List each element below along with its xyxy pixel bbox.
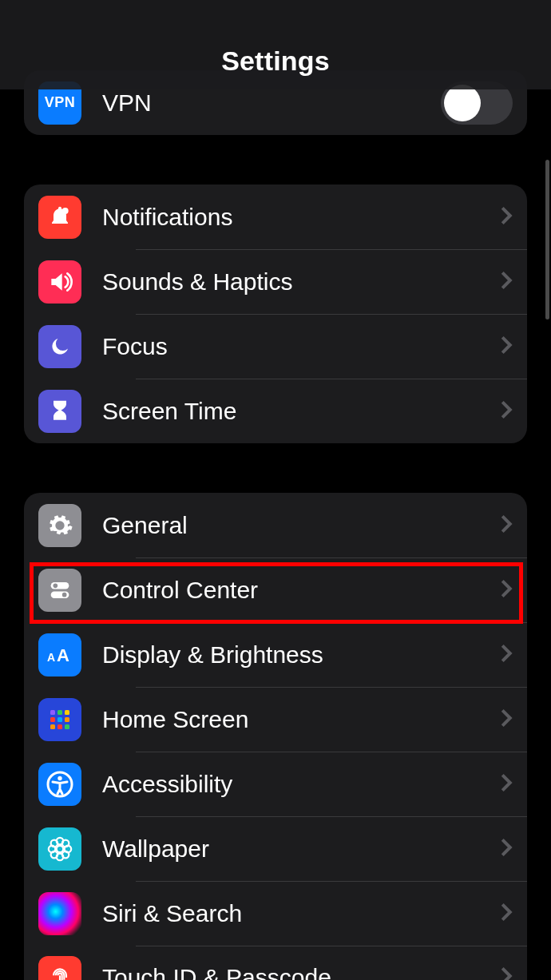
settings-row-screentime[interactable]: Screen Time <box>24 379 527 443</box>
settings-row-focus[interactable]: Focus <box>24 314 527 379</box>
row-label: Control Center <box>102 577 494 604</box>
svg-rect-7 <box>50 710 55 715</box>
gear-icon <box>38 504 81 547</box>
row-label: VPN <box>102 89 441 117</box>
chevron-right-icon <box>500 270 513 294</box>
chevron-right-icon <box>500 514 513 538</box>
row-label: Siri & Search <box>102 900 494 927</box>
chevron-right-icon <box>500 335 513 359</box>
settings-row-display[interactable]: AA Display & Brightness <box>24 622 527 687</box>
settings-row-homescreen[interactable]: Home Screen <box>24 687 527 752</box>
row-label: Sounds & Haptics <box>102 268 494 296</box>
settings-group-attention: Notifications Sounds & Haptics Focus <box>24 184 527 443</box>
siri-icon <box>38 892 81 935</box>
svg-rect-9 <box>65 710 69 715</box>
chevron-right-icon <box>500 772 513 796</box>
row-label: Focus <box>102 333 494 360</box>
chevron-right-icon <box>500 708 513 732</box>
chevron-right-icon <box>500 837 513 861</box>
speaker-icon <box>38 260 81 304</box>
settings-row-touchid[interactable]: Touch ID & Passcode <box>24 946 527 980</box>
chevron-right-icon <box>500 902 513 926</box>
svg-point-18 <box>57 845 64 852</box>
svg-point-0 <box>62 208 69 214</box>
row-label: Screen Time <box>102 398 494 425</box>
settings-row-general[interactable]: General <box>24 493 527 557</box>
text-size-icon: AA <box>38 633 81 676</box>
chevron-right-icon <box>500 643 513 667</box>
settings-row-sounds[interactable]: Sounds & Haptics <box>24 249 527 314</box>
navbar: Settings <box>0 0 551 89</box>
svg-text:A: A <box>47 651 55 664</box>
svg-rect-10 <box>50 717 55 722</box>
svg-point-4 <box>62 592 67 597</box>
chevron-right-icon <box>500 966 513 980</box>
settings-row-siri[interactable]: Siri & Search <box>24 881 527 946</box>
row-label: Home Screen <box>102 706 494 733</box>
accessibility-icon <box>38 763 81 806</box>
page-title: Settings <box>221 46 330 77</box>
moon-icon <box>38 325 81 368</box>
row-label: Wallpaper <box>102 835 494 863</box>
chevron-right-icon <box>500 205 513 229</box>
chevron-right-icon <box>500 578 513 602</box>
svg-point-2 <box>54 583 58 588</box>
settings-row-notifications[interactable]: Notifications <box>24 184 527 249</box>
switches-icon <box>38 569 81 612</box>
fingerprint-icon <box>38 956 81 980</box>
svg-rect-8 <box>57 710 62 715</box>
svg-rect-12 <box>65 717 69 722</box>
svg-point-17 <box>57 776 61 780</box>
row-label: Notifications <box>102 204 494 231</box>
row-label: Touch ID & Passcode <box>102 964 494 980</box>
bell-icon <box>38 196 81 239</box>
flower-icon <box>38 827 81 871</box>
svg-rect-14 <box>57 724 62 729</box>
settings-row-accessibility[interactable]: Accessibility <box>24 752 527 816</box>
row-label: General <box>102 512 494 539</box>
chevron-right-icon <box>500 399 513 423</box>
svg-rect-15 <box>65 724 69 729</box>
settings-row-wallpaper[interactable]: Wallpaper <box>24 816 527 881</box>
row-label: Display & Brightness <box>102 641 494 669</box>
settings-row-controlcenter[interactable]: Control Center <box>24 557 527 622</box>
scrollbar[interactable] <box>545 160 549 319</box>
svg-rect-11 <box>57 717 62 722</box>
hourglass-icon <box>38 390 81 433</box>
settings-group-device: General Control Center AA Display & Brig… <box>24 493 527 980</box>
settings-scroll[interactable]: vpn VPN Notifications Sounds & Haptics <box>0 0 551 980</box>
row-label: Accessibility <box>102 771 494 798</box>
app-grid-icon <box>38 698 81 741</box>
svg-text:A: A <box>57 645 69 665</box>
svg-rect-13 <box>50 724 55 729</box>
